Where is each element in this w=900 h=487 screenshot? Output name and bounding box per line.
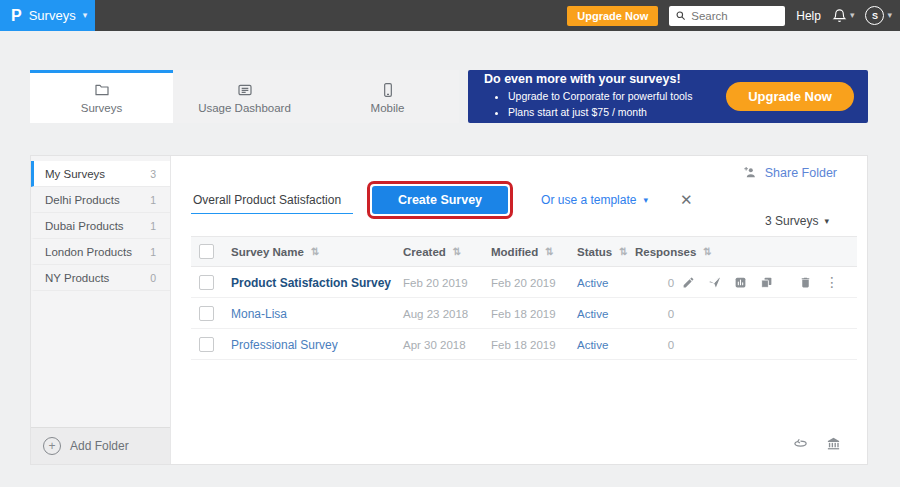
- account-menu[interactable]: S ▾: [865, 6, 892, 25]
- help-link[interactable]: Help: [796, 9, 821, 23]
- upgrade-now-button[interactable]: Upgrade Now: [567, 6, 658, 26]
- bell-icon: [832, 8, 847, 23]
- column-header-status: Status: [577, 246, 612, 258]
- banner-bullet: Upgrade to Corporate for powerful tools: [508, 89, 692, 105]
- chevron-down-icon: ▾: [824, 217, 829, 226]
- more-options-icon[interactable]: ⋮: [825, 275, 839, 289]
- sort-icon[interactable]: ⇅: [453, 246, 461, 257]
- send-icon[interactable]: [708, 276, 721, 289]
- modified-date: Feb 18 2019: [491, 339, 556, 351]
- sidebar-item-my-surveys[interactable]: My Surveys 3: [31, 161, 170, 187]
- use-template-label: Or use a template: [541, 193, 636, 207]
- survey-count-label: 3 Surveys: [765, 214, 818, 228]
- chevron-down-icon: ▾: [83, 11, 88, 20]
- sidebar-item-ny-products[interactable]: NY Products 0: [31, 265, 170, 291]
- upgrade-banner: Do even more with your surveys! Upgrade …: [468, 70, 868, 123]
- folder-count: 1: [150, 194, 156, 206]
- sort-icon[interactable]: ⇅: [545, 246, 553, 257]
- survey-name-link[interactable]: Mona-Lisa: [231, 307, 287, 321]
- sidebar-item-dubai-products[interactable]: Dubai Products 1: [31, 213, 170, 239]
- reports-icon[interactable]: [734, 276, 747, 289]
- created-date: Aug 23 2018: [403, 308, 468, 320]
- duplicate-icon[interactable]: [760, 276, 773, 289]
- folder-icon: [94, 82, 110, 98]
- responses-count: 0: [668, 339, 674, 351]
- folder-name: Dubai Products: [45, 220, 124, 232]
- chevron-down-icon: ▾: [850, 11, 855, 20]
- tab-surveys[interactable]: Surveys: [30, 70, 173, 123]
- tab-usage-dashboard[interactable]: Usage Dashboard: [173, 70, 316, 123]
- folder-name: My Surveys: [45, 168, 105, 180]
- folder-count: 1: [150, 220, 156, 232]
- folder-name: Delhi Products: [45, 194, 120, 206]
- search-input[interactable]: [691, 10, 779, 22]
- created-date: Apr 30 2018: [403, 339, 466, 351]
- create-survey-button[interactable]: Create Survey: [372, 186, 508, 214]
- tab-label: Mobile: [371, 102, 405, 114]
- status-badge[interactable]: Active: [577, 277, 608, 289]
- sort-icon[interactable]: ⇅: [619, 246, 627, 257]
- close-icon[interactable]: ✕: [680, 191, 693, 209]
- sidebar-item-london-products[interactable]: London Products 1: [31, 239, 170, 265]
- survey-name-link[interactable]: Professional Survey: [231, 338, 338, 352]
- folder-count: 1: [150, 246, 156, 258]
- folder-content: Share Folder Create Survey Or use a temp…: [171, 156, 867, 464]
- status-badge[interactable]: Active: [577, 339, 608, 351]
- share-folder-button[interactable]: Share Folder: [743, 165, 837, 180]
- row-checkbox[interactable]: [199, 306, 214, 321]
- add-folder-button[interactable]: + Add Folder: [31, 427, 170, 464]
- sort-icon[interactable]: ⇅: [311, 246, 319, 257]
- row-checkbox[interactable]: [199, 337, 214, 352]
- add-person-icon: [743, 165, 758, 180]
- table-row: Product Satisfaction Survey Feb 20 2019 …: [191, 267, 857, 298]
- use-template-link[interactable]: Or use a template ▾: [541, 193, 648, 207]
- banner-title: Do even more with your surveys!: [484, 72, 692, 86]
- survey-name-input[interactable]: [191, 187, 353, 214]
- archive-icon[interactable]: [826, 436, 841, 451]
- chevron-down-icon: ▾: [887, 11, 892, 20]
- row-actions: ⋮: [707, 274, 857, 290]
- table-header: Survey Name ⇅ Created ⇅ Modified ⇅ Statu…: [191, 236, 857, 267]
- banner-bullets: Upgrade to Corporate for powerful tools …: [484, 89, 692, 121]
- restore-icon[interactable]: [793, 436, 808, 451]
- section-tabs: Surveys Usage Dashboard Mobile: [30, 70, 459, 123]
- panel-footer-actions: [793, 436, 841, 451]
- surveys-table: Survey Name ⇅ Created ⇅ Modified ⇅ Statu…: [191, 236, 857, 360]
- add-folder-label: Add Folder: [70, 439, 129, 453]
- edit-icon[interactable]: [682, 276, 695, 289]
- row-checkbox[interactable]: [199, 275, 214, 290]
- sidebar-item-delhi-products[interactable]: Delhi Products 1: [31, 187, 170, 213]
- folder-name: London Products: [45, 246, 132, 258]
- tab-mobile[interactable]: Mobile: [316, 70, 459, 123]
- topbar: P Surveys ▾ Upgrade Now Help ▾ S ▾: [0, 0, 900, 31]
- folder-count: 3: [150, 168, 156, 180]
- table-row: Mona-Lisa Aug 23 2018 Feb 18 2019 Active…: [191, 298, 857, 329]
- mobile-icon: [380, 82, 396, 98]
- plus-circle-icon: +: [43, 437, 61, 455]
- notifications-button[interactable]: ▾: [832, 8, 855, 23]
- sort-icon[interactable]: ⇅: [703, 246, 711, 257]
- folder-count: 0: [150, 272, 156, 284]
- share-folder-label: Share Folder: [765, 166, 837, 180]
- chevron-down-icon: ▾: [643, 196, 648, 205]
- surveys-panel: My Surveys 3 Delhi Products 1 Dubai Prod…: [30, 155, 868, 465]
- product-switcher[interactable]: P Surveys ▾: [0, 0, 95, 31]
- status-badge[interactable]: Active: [577, 308, 608, 320]
- banner-upgrade-button[interactable]: Upgrade Now: [726, 82, 854, 111]
- create-survey-row: Create Survey Or use a template ▾ ✕: [191, 181, 693, 219]
- modified-date: Feb 18 2019: [491, 308, 556, 320]
- topbar-actions: Upgrade Now Help ▾ S ▾: [567, 0, 892, 31]
- product-name-label: Surveys: [29, 8, 76, 23]
- survey-count-dropdown[interactable]: 3 Surveys ▾: [765, 214, 829, 228]
- banner-text: Do even more with your surveys! Upgrade …: [484, 72, 692, 121]
- survey-name-link[interactable]: Product Satisfaction Survey: [231, 276, 391, 290]
- created-date: Feb 20 2019: [403, 277, 468, 289]
- delete-icon[interactable]: [799, 276, 812, 289]
- column-header-responses: Responses: [635, 246, 696, 258]
- avatar: S: [865, 6, 884, 25]
- folder-name: NY Products: [45, 272, 109, 284]
- column-header-survey-name: Survey Name: [231, 246, 304, 258]
- table-row: Professional Survey Apr 30 2018 Feb 18 2…: [191, 329, 857, 360]
- search-box[interactable]: [669, 6, 785, 26]
- select-all-checkbox[interactable]: [199, 244, 214, 259]
